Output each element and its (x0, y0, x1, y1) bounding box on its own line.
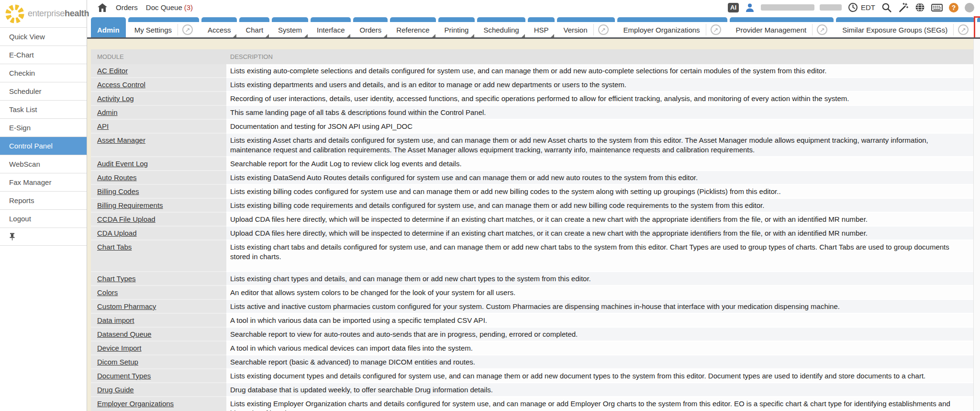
globe-icon[interactable] (915, 2, 925, 12)
sidebar-item-scheduler[interactable]: Scheduler (0, 82, 87, 100)
sidebar-item-control-panel[interactable]: Control Panel (0, 137, 87, 155)
tab-admin[interactable]: Admin (91, 17, 126, 37)
search-icon[interactable] (881, 2, 892, 13)
module-link[interactable]: Chart Types (97, 274, 136, 283)
module-description: Searchable report (basic & advanced) to … (226, 355, 973, 369)
tab-similar-exposure-groups-segs[interactable]: Similar Exposure Groups (SEGs) ↗ (836, 17, 975, 37)
external-link-icon[interactable]: ↗ (182, 24, 193, 35)
module-description: Lists existing billing code requirements… (226, 199, 973, 213)
redacted-username (761, 4, 814, 11)
module-description: Lists existing DataSend Auto Routes deta… (226, 171, 973, 185)
sidebar-item-quick-view[interactable]: Quick View (0, 27, 87, 46)
module-description: Lists existing Employer Organization cha… (226, 397, 973, 411)
module-link[interactable]: Billing Codes (97, 187, 139, 195)
tab-chart[interactable]: Chart (239, 17, 269, 37)
table-row-billing-codes: Billing Codes Lists existing billing cod… (91, 185, 973, 199)
module-description: Drug database that is updated weekly, to… (226, 383, 973, 397)
user-icon[interactable] (745, 3, 755, 12)
tab-label: Provider Management (736, 26, 807, 34)
keyboard-icon[interactable] (931, 3, 943, 12)
sidebar-item-label: Reports (9, 196, 34, 205)
module-link[interactable]: Auto Routes (97, 173, 137, 182)
module-link[interactable]: Device Import (97, 344, 142, 352)
tab-employer-organizations[interactable]: Employer Organizations ↗ (617, 17, 727, 37)
module-cell: API (91, 120, 226, 134)
sidebar-item-pin[interactable] (0, 228, 87, 246)
module-link[interactable]: Drug Guide (97, 386, 134, 394)
sidebar-item-e-sign[interactable]: E-Sign (0, 118, 87, 137)
table-row-drug-guide: Drug Guide Drug database that is updated… (91, 383, 973, 397)
module-description: Recording of user interactions, details,… (226, 92, 973, 106)
external-link-icon[interactable]: ↗ (711, 24, 721, 35)
module-link[interactable]: Admin (97, 108, 118, 116)
module-link[interactable]: Colors (97, 288, 118, 297)
table-row-admin: Admin This same landing page of all tabs… (91, 106, 973, 120)
sidebar-item-label: Task List (9, 105, 37, 114)
module-link[interactable]: Dicom Setup (97, 358, 138, 366)
module-link[interactable]: AC Editor (97, 67, 128, 75)
module-cell: Access Control (91, 78, 226, 92)
tab-label: Admin (97, 26, 120, 34)
ai-badge[interactable]: AI (728, 3, 739, 12)
module-link[interactable]: CDA Upload (97, 229, 137, 237)
tab-hsp[interactable]: HSP (528, 17, 555, 37)
external-link-icon[interactable]: ↗ (958, 24, 969, 35)
tab-my-settings[interactable]: My Settings ↗ (128, 17, 199, 37)
magic-wand-icon[interactable] (898, 2, 909, 13)
clock-icon[interactable] (848, 2, 858, 12)
tab-label: My Settings (134, 26, 172, 34)
sidebar-item-webscan[interactable]: WebScan (0, 155, 87, 173)
module-description: An editor that allows system colors to b… (226, 286, 973, 300)
breadcrumb-orders[interactable]: Orders (116, 3, 138, 11)
tab-access[interactable]: Access (201, 17, 237, 37)
sidebar-item-task-list[interactable]: Task List (0, 100, 87, 118)
tab-label: System (278, 26, 302, 34)
module-link[interactable]: Employer Organizations (97, 400, 174, 408)
module-link[interactable]: Chart Tabs (97, 243, 132, 251)
vertical-scrollbar[interactable] (973, 39, 980, 411)
module-link[interactable]: Datasend Queue (97, 330, 151, 338)
module-link[interactable]: API (97, 122, 109, 130)
module-link[interactable]: CCDA File Upload (97, 215, 156, 223)
external-link-icon[interactable]: ↗ (598, 24, 609, 35)
module-link[interactable]: Asset Manager (97, 136, 145, 144)
tab-provider-management[interactable]: Provider Management ↗ (730, 17, 834, 37)
sidebar-item-logout[interactable]: Logout (0, 209, 87, 228)
tab-work-locations[interactable]: Work Locations ↗ (977, 17, 980, 37)
module-link[interactable]: Document Types (97, 372, 151, 380)
home-icon[interactable] (98, 3, 107, 12)
sidebar-item-reports[interactable]: Reports (0, 191, 87, 209)
module-cell: Colors (91, 286, 226, 300)
module-cell: Employer Organizations (91, 397, 226, 411)
table-row-auto-routes: Auto Routes Lists existing DataSend Auto… (91, 171, 973, 185)
help-icon[interactable]: ? (949, 3, 958, 12)
tab-printing[interactable]: Printing (438, 17, 475, 37)
tab-reference[interactable]: Reference (390, 17, 435, 37)
tab-divider (593, 24, 594, 35)
module-link[interactable]: Custom Pharmacy (97, 302, 156, 310)
tab-divider (953, 24, 954, 35)
tab-cap (617, 17, 727, 22)
module-link[interactable]: Data import (97, 316, 134, 324)
module-link[interactable]: Activity Log (97, 94, 134, 103)
module-link[interactable]: Audit Event Log (97, 160, 148, 168)
tab-orders[interactable]: Orders (353, 17, 388, 37)
tabs-container: Admin My Settings ↗ Access (91, 15, 980, 37)
sidebar-item-fax-manager[interactable]: Fax Manager (0, 173, 87, 191)
tab-scheduling[interactable]: Scheduling (477, 17, 525, 37)
table-row-activity-log: Activity Log Recording of user interacti… (91, 92, 973, 106)
tab-system[interactable]: System (272, 17, 308, 37)
sidebar: enterprisehealth Quick View E-Chart Chec… (0, 0, 87, 411)
sidebar-item-checkin[interactable]: Checkin (0, 64, 87, 82)
breadcrumb-doc-queue[interactable]: Doc Queue(3) (146, 3, 193, 11)
module-link[interactable]: Access Control (97, 80, 145, 89)
external-link-icon[interactable]: ↗ (817, 24, 827, 35)
module-link[interactable]: Billing Requirements (97, 201, 163, 209)
tab-version[interactable]: Version ↗ (557, 17, 614, 37)
sidebar-item-e-chart[interactable]: E-Chart (0, 46, 87, 64)
table-row-custom-pharmacy: Custom Pharmacy Lists active and inactiv… (91, 300, 973, 314)
tab-interface[interactable]: Interface (311, 17, 351, 37)
tab-cap (128, 17, 199, 22)
tab-cap (977, 17, 980, 22)
module-description: This same landing page of all tabs & des… (226, 106, 973, 120)
